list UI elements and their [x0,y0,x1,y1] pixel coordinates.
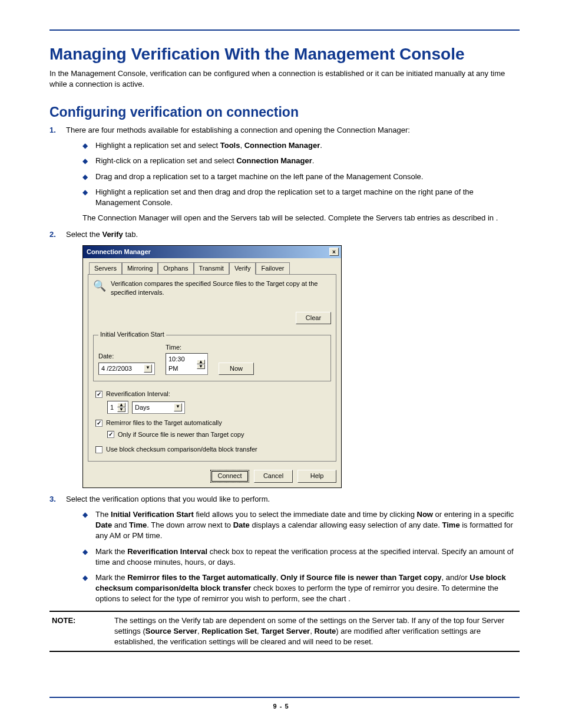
page-h2: Configuring verification on connection [49,104,520,120]
text: displays a calendar allowing easy select… [250,521,442,529]
bold: Now [417,510,433,519]
close-icon[interactable]: × [329,248,339,256]
cancel-button[interactable]: Cancel [254,470,293,482]
step-3-bullet-2: Mark the Reverification Interval check b… [82,546,520,568]
chevron-down-icon[interactable]: ▼ [174,403,182,411]
dialog-title-text: Connection Manager [87,248,151,256]
tab-transmit[interactable]: Transmit [194,262,229,275]
step-2-number: 2. [49,229,56,240]
remirror-checkbox[interactable]: ✓ Remirror files to the Target automatic… [95,419,331,427]
checkbox-checked-icon[interactable]: ✓ [95,391,103,398]
time-value: 10:30 PM [168,355,194,373]
initial-verification-start-group: Initial Verification Start Date: 4 /22/2… [93,330,331,381]
bold: Connection Manager [236,156,312,165]
note-body: The settings on the Verify tab are depen… [114,615,520,648]
step-3-lead: Select the verification options that you… [66,495,270,503]
reverification-interval-label: Reverification Interval: [106,390,170,398]
bold: Only if Source file is newer than Target… [280,573,442,582]
checkbox-checked-icon[interactable]: ✓ [95,420,103,427]
tab-mirroring[interactable]: Mirroring [122,262,158,275]
date-value: 4 /22/2003 [101,364,132,373]
step-1-lead: There are four methods available for est… [66,126,410,134]
text: Right-click on a replication set and sel… [95,156,236,165]
clear-button[interactable]: Clear [296,312,331,324]
text: . [312,156,315,165]
step-3-number: 3. [49,494,56,505]
bold: Verify [102,230,123,239]
step-1-tail: The Connection Manager will open and the… [82,213,520,223]
now-button[interactable]: Now [219,363,254,375]
block-checksum-checkbox[interactable]: Use block checksum comparison/delta bloc… [95,445,331,454]
verify-icon: 🔍 [93,279,106,292]
step-1-bullet-2: Right-click on a replication set and sel… [82,156,520,166]
connect-button[interactable]: Connect [210,470,249,482]
text: field allows you to select the immediate… [194,510,417,519]
bold: Date [95,521,112,529]
only-if-newer-checkbox[interactable]: ✓ Only if Source file is newer than Targ… [107,430,331,439]
reverification-value-input[interactable]: 1 ▲ ▼ [107,401,128,414]
reverification-unit-value: Days [135,403,150,412]
connection-manager-dialog: Connection Manager × Servers Mirroring O… [82,245,342,488]
bold: Tools [220,141,240,150]
text: , and/or [442,573,470,582]
text: The [95,510,111,519]
step-1-bullet-1: Highlight a replication set and select T… [82,140,520,151]
bold: Target Server [261,627,310,635]
text: , [240,141,244,150]
text: Highlight a replication set and select [95,141,220,150]
spinner-down-icon[interactable]: ▼ [117,407,125,412]
block-checksum-label: Use block checksum comparison/delta bloc… [106,445,257,454]
text: , [276,573,280,582]
remirror-label: Remirror files to the Target automatical… [106,419,222,427]
step-2: 2. Select the Verify tab. Connection Man… [49,229,520,487]
bold: Remirror files to the Target automatical… [127,573,276,582]
text: and [112,521,129,529]
bold: Replication Set [201,627,257,635]
text: . [320,141,322,150]
intro-paragraph: In the Management Console, verification … [49,68,520,89]
step-1: 1. There are four methods available for … [49,125,520,223]
bold: Time [129,521,147,529]
step-3-bullet-1: The Initial Verification Start field all… [82,509,520,542]
bold: Initial Verification Start [111,510,194,519]
bold: Route [314,627,336,635]
text: tab. [123,230,138,239]
chevron-down-icon[interactable]: ▼ [144,364,152,373]
tab-servers[interactable]: Servers [89,262,122,275]
text: Mark the [95,573,127,582]
bold: Time [442,521,460,529]
text: or entering in a specific [433,510,514,519]
tab-orphans[interactable]: Orphans [158,262,193,275]
dialog-titlebar: Connection Manager × [83,246,341,258]
bold: Reverification Interval [127,547,207,556]
spinner-down-icon[interactable]: ▼ [197,364,205,369]
top-rule [49,29,520,31]
page-h1: Managing Verification With the Managemen… [49,45,520,64]
date-input[interactable]: 4 /22/2003 ▼ [98,363,155,375]
only-if-newer-label: Only if Source file is newer than Target… [118,430,244,439]
checkbox-checked-icon[interactable]: ✓ [107,431,114,438]
spacer [219,352,254,361]
tab-panel-verify: 🔍 Verification compares the specified So… [88,274,336,462]
reverification-unit-select[interactable]: Days ▼ [132,401,185,414]
note-label: NOTE: [49,615,103,648]
step-1-bullet-3: Drag and drop a replication set to a tar… [82,172,520,182]
time-input[interactable]: 10:30 PM ▲ ▼ [166,353,208,375]
ivs-legend: Initial Verification Start [98,330,166,339]
tab-failover[interactable]: Failover [256,262,289,275]
bold: Connection Manager [244,141,320,150]
reverification-interval-checkbox[interactable]: ✓ Reverification Interval: [95,390,331,398]
checkbox-unchecked-icon[interactable] [95,446,103,453]
step-3: 3. Select the verification options that … [49,494,520,605]
step-3-bullet-3: Mark the Remirror files to the Target au… [82,572,520,605]
verify-description: Verification compares the specified Sour… [111,279,331,297]
note-block: NOTE: The settings on the Verify tab are… [49,611,520,653]
text: Mark the [95,547,127,556]
text: Select the [66,230,102,239]
reverification-value: 1 [110,403,114,412]
time-label: Time: [166,343,208,352]
step-1-bullet-4: Highlight a replication set and then dra… [82,187,520,208]
tab-verify[interactable]: Verify [229,262,256,275]
footer-rule [49,697,520,698]
help-button[interactable]: Help [297,470,336,482]
